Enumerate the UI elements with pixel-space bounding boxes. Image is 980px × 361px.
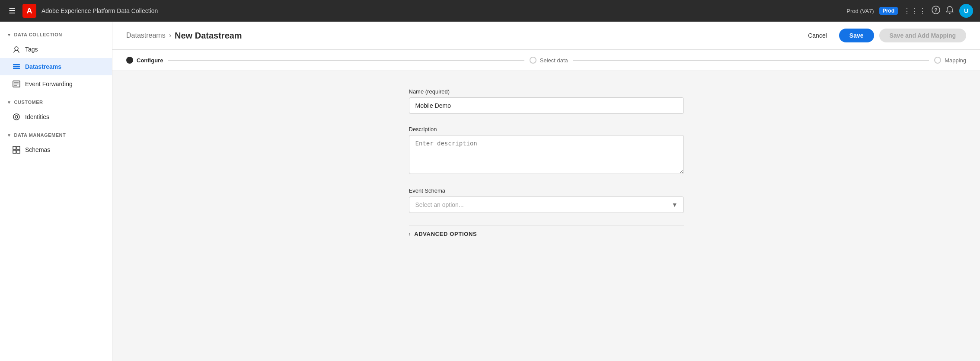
datastreams-label: Datastreams [25, 63, 61, 70]
data-management-section-header[interactable]: ▼ DATA MANAGEMENT [0, 129, 112, 141]
name-label: Name (required) [409, 88, 684, 95]
step-line-2 [573, 60, 929, 61]
svg-rect-11 [17, 146, 20, 149]
svg-text:?: ? [934, 7, 938, 13]
data-collection-label: DATA COLLECTION [14, 32, 62, 37]
sidebar-item-event-forwarding[interactable]: Event Forwarding [0, 75, 112, 93]
customer-section-header[interactable]: ▼ CUSTOMER [0, 96, 112, 108]
description-textarea[interactable] [409, 135, 684, 174]
sidebar-item-datastreams[interactable]: Datastreams [0, 58, 112, 75]
step-mapping[interactable]: Mapping [934, 57, 966, 64]
breadcrumb-separator: › [169, 32, 171, 39]
description-form-group: Description [409, 126, 684, 175]
step-select-data[interactable]: Select data [530, 57, 568, 64]
customer-label: CUSTOMER [14, 100, 43, 105]
stepper: Configure Select data Mapping [112, 50, 980, 71]
svg-rect-13 [17, 150, 20, 153]
cancel-button[interactable]: Cancel [801, 29, 834, 42]
save-button[interactable]: Save [839, 29, 874, 42]
org-label: Prod (VA7) [846, 8, 874, 14]
app-title: Adobe Experience Platform Data Collectio… [41, 7, 841, 14]
prod-badge[interactable]: Prod [879, 7, 898, 15]
adobe-logo: A [22, 4, 36, 18]
sidebar-item-tags[interactable]: Tags [0, 41, 112, 58]
data-management-chevron-icon: ▼ [7, 133, 11, 138]
top-navigation: ☰ A Adobe Experience Platform Data Colle… [0, 0, 980, 22]
breadcrumb-datastreams-link[interactable]: Datastreams [126, 32, 166, 39]
bell-icon[interactable] [945, 6, 954, 16]
step-mapping-label: Mapping [945, 57, 966, 64]
sidebar-item-schemas[interactable]: Schemas [0, 141, 112, 158]
svg-rect-10 [13, 146, 16, 149]
page-header: Datastreams › New Datastream Cancel Save… [112, 22, 980, 50]
svg-point-2 [949, 13, 951, 14]
step-select-data-circle [530, 57, 536, 64]
hamburger-menu-button[interactable]: ☰ [7, 4, 17, 17]
apps-grid-icon[interactable]: ⋮⋮⋮ [903, 6, 926, 16]
data-collection-section-header[interactable]: ▼ DATA COLLECTION [0, 29, 112, 41]
topnav-right-section: Prod (VA7) Prod ⋮⋮⋮ ? U [846, 4, 973, 18]
form-area: Name (required) Description Event Schema… [395, 71, 698, 260]
svg-rect-5 [13, 66, 20, 68]
description-label: Description [409, 126, 684, 132]
advanced-options-label: ADVANCED OPTIONS [414, 231, 477, 237]
svg-point-3 [15, 47, 18, 50]
tags-icon [12, 45, 21, 54]
sidebar-item-identities[interactable]: Identities [0, 108, 112, 126]
advanced-options-chevron-icon: › [409, 231, 411, 237]
schemas-label: Schemas [25, 146, 50, 153]
tags-label: Tags [25, 46, 38, 53]
step-select-data-label: Select data [540, 57, 568, 64]
customer-chevron-icon: ▼ [7, 100, 11, 105]
name-input[interactable] [409, 97, 684, 114]
event-schema-label: Event Schema [409, 187, 684, 194]
step-configure-label: Configure [137, 57, 163, 64]
main-layout: ▼ DATA COLLECTION Tags Datastreams Event… [0, 22, 980, 361]
event-schema-select-wrapper: Select an option... ▼ [409, 197, 684, 213]
schemas-icon [12, 145, 21, 154]
name-form-group: Name (required) [409, 88, 684, 114]
user-avatar[interactable]: U [959, 4, 973, 18]
identities-icon [12, 113, 21, 121]
svg-point-8 [13, 114, 19, 120]
identities-label: Identities [25, 113, 49, 120]
datastreams-icon [12, 62, 21, 71]
data-collection-chevron-icon: ▼ [7, 32, 11, 37]
step-line-1 [168, 60, 524, 61]
breadcrumb: Datastreams › New Datastream [126, 31, 242, 41]
save-and-add-mapping-button[interactable]: Save and Add Mapping [879, 29, 967, 42]
main-content: Datastreams › New Datastream Cancel Save… [112, 22, 980, 361]
step-mapping-circle [934, 57, 941, 64]
data-management-label: DATA MANAGEMENT [14, 132, 66, 138]
page-title: New Datastream [175, 31, 242, 41]
advanced-options-toggle[interactable]: › ADVANCED OPTIONS [409, 225, 684, 242]
event-schema-form-group: Event Schema Select an option... ▼ [409, 187, 684, 213]
svg-point-9 [15, 116, 18, 118]
sidebar: ▼ DATA COLLECTION Tags Datastreams Event… [0, 22, 112, 361]
help-icon[interactable]: ? [932, 6, 940, 16]
event-forwarding-icon [12, 80, 21, 88]
event-forwarding-label: Event Forwarding [25, 81, 73, 87]
header-actions: Cancel Save Save and Add Mapping [801, 29, 966, 42]
svg-rect-6 [13, 68, 20, 69]
event-schema-select[interactable]: Select an option... [409, 197, 684, 213]
svg-rect-4 [13, 64, 20, 65]
step-configure[interactable]: Configure [126, 57, 163, 64]
svg-rect-12 [13, 150, 16, 153]
step-configure-circle [126, 57, 133, 64]
